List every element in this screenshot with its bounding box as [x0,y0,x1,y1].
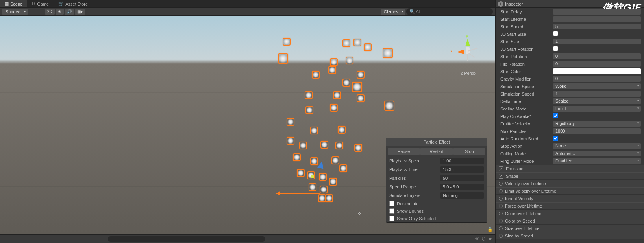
module-emission[interactable]: Emission [496,165,644,172]
module-force-over-lifetime[interactable]: Force over Lifetime [496,202,644,210]
perspective-label[interactable]: ≤ Persp [461,71,476,75]
camera-gizmo-icon [317,160,325,169]
emitter-velocity-label: Emitter Velocity [499,122,553,126]
sol-radio-icon[interactable] [499,226,503,230]
axis-gizmo[interactable]: y x [452,35,483,67]
package-icon[interactable]: ⬡ [482,236,486,241]
playback-speed-label: Playback Speed [389,158,440,163]
pacman-icon: ᗧ [32,1,35,6]
particle [364,43,372,51]
particle [312,71,320,79]
project-search[interactable] [108,236,265,242]
play-on-awake-checkbox[interactable] [553,113,558,118]
culling-mode-dropdown[interactable]: Automatic [553,151,641,156]
particle [352,82,362,92]
playback-speed-field[interactable]: 1.00 [440,158,484,164]
particle [320,141,328,149]
fol-radio-icon[interactable] [499,204,503,208]
stop-button[interactable]: Stop [453,148,485,155]
lighting-toggle[interactable]: ☀ [56,9,64,15]
delta-time-dropdown[interactable]: Scaled [553,98,641,104]
favorite-icon[interactable]: ★ [488,236,492,241]
particle [325,194,333,202]
module-color-by-speed[interactable]: Color by Speed [496,217,644,225]
particle [335,142,343,149]
play-on-awake-label: Play On Awake* [499,114,553,119]
simulate-layers-label: Simulate Layers [389,193,440,198]
start-size-field[interactable]: 1 [553,39,641,44]
module-inherit-velocity[interactable]: Inherit Velocity [496,195,644,202]
max-particles-label: Max Particles [499,129,553,134]
playback-time-field[interactable]: 15.35 [440,166,484,173]
scene-search[interactable]: 🔍 All [406,8,493,15]
particles-count-field: 50 [440,175,484,181]
particle [354,144,362,152]
particle [338,126,346,134]
inspector-body: Start Delay Start Lifetime Start Speed5 … [496,8,644,243]
center-pivot-icon [358,212,361,215]
fx-toggle[interactable]: ▦▾ [75,9,85,15]
start-rotation-field[interactable]: 0 [553,53,641,59]
particle [353,39,361,46]
start-delay-field[interactable] [553,9,641,15]
svg-marker-2 [457,50,464,54]
particle [342,79,350,87]
auto-random-seed-checkbox[interactable] [553,136,558,141]
tab-scene[interactable]: ▦ Scene [0,0,27,7]
simulate-layers-dropdown[interactable]: Nothing [440,192,484,199]
inspector-header[interactable]: i Inspector 傲软GIF [496,0,644,8]
scene-viewport[interactable]: y x ≤ Persp Particle Effect Pause Restar… [0,16,495,234]
resimulate-checkbox[interactable] [389,201,394,206]
shape-check-icon[interactable] [499,174,503,179]
particle [320,186,328,193]
module-velocity-over-lifetime[interactable]: Velocity over Lifetime [496,180,644,187]
lock-icon[interactable]: 🔒 [487,227,493,232]
sbs-radio-icon[interactable] [499,234,503,238]
lvol-radio-icon[interactable] [499,189,503,193]
audio-toggle[interactable]: 🔊 [65,9,74,15]
particle [357,94,365,102]
2d-toggle[interactable]: 2D [45,9,55,15]
scaling-mode-dropdown[interactable]: Local [553,106,641,112]
stop-action-dropdown[interactable]: None [553,143,641,149]
3d-start-rotation-checkbox[interactable] [553,46,558,51]
col-radio-icon[interactable] [499,212,503,215]
emission-check-icon[interactable] [499,166,503,171]
grid-icon: ▦ [5,1,9,6]
particle [346,57,353,64]
simulation-speed-field[interactable]: 1 [553,91,641,97]
module-size-over-lifetime[interactable]: Size over Lifetime [496,225,644,232]
simulation-space-dropdown[interactable]: World [553,83,641,89]
show-only-selected-checkbox[interactable] [389,216,394,221]
hidden-icon[interactable]: 👁 [475,236,479,241]
pause-button[interactable]: Pause [388,148,420,155]
tab-asset-store[interactable]: 🛒 Asset Store [54,0,93,7]
particle [330,104,338,112]
module-color-over-lifetime[interactable]: Color over Lifetime [496,210,644,217]
cart-icon: 🛒 [58,1,64,6]
cbs-radio-icon[interactable] [499,219,503,223]
module-size-by-speed[interactable]: Size by Speed [496,232,644,239]
culling-mode-label: Culling Mode [499,151,553,156]
emitter-velocity-dropdown[interactable]: Rigidbody [553,121,641,127]
restart-button[interactable]: Restart [420,148,452,155]
gravity-modifier-label: Gravity Modifier [499,77,553,81]
particle [287,137,294,145]
start-color-swatch[interactable] [553,68,641,74]
vol-radio-icon[interactable] [499,182,503,186]
max-particles-field[interactable]: 1000 [553,128,641,134]
tab-game[interactable]: ᗧ Game [27,0,54,7]
ring-buffer-mode-dropdown[interactable]: Disabled [553,158,641,164]
gravity-modifier-field[interactable]: 0 [553,76,641,82]
module-shape[interactable]: Shape [496,172,644,180]
shaded-dropdown[interactable]: Shaded [2,9,28,15]
flip-rotation-field[interactable]: 0 [553,61,641,67]
3d-start-size-checkbox[interactable] [553,31,558,36]
module-limit-velocity-over-lifetime[interactable]: Limit Velocity over Lifetime [496,187,644,195]
gizmos-dropdown[interactable]: Gizmos [381,9,405,15]
show-bounds-checkbox[interactable] [389,208,394,214]
start-lifetime-field[interactable] [553,16,641,22]
flip-rotation-label: Flip Rotation [499,62,553,66]
start-speed-field[interactable]: 5 [553,24,641,29]
iv-radio-icon[interactable] [499,197,503,201]
